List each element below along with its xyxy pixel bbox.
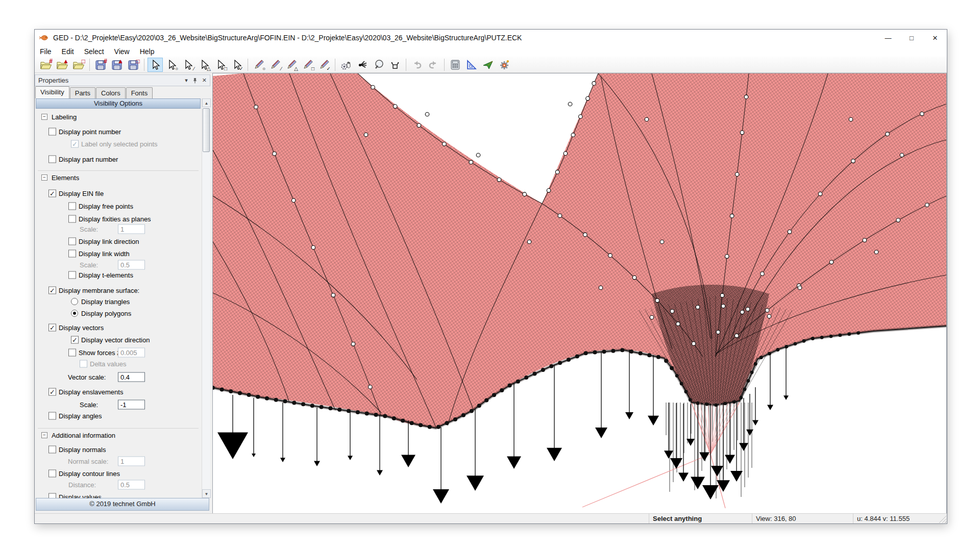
checkbox[interactable]	[48, 446, 56, 454]
text-field[interactable]: 1	[118, 224, 145, 234]
run-button[interactable]	[480, 58, 496, 72]
checkbox[interactable]	[48, 128, 56, 136]
checkbox-label[interactable]: Display EIN file	[59, 190, 104, 197]
close-button[interactable]: ✕	[923, 30, 947, 46]
radio-label[interactable]: Display polygons	[81, 310, 131, 317]
open-eck-button[interactable]: □	[71, 58, 86, 72]
spider-web-button[interactable]	[355, 58, 370, 72]
select-triangles-button[interactable]: △	[197, 58, 212, 72]
menu-file[interactable]: File	[35, 46, 57, 57]
radio-button[interactable]	[71, 310, 78, 317]
scroll-down-icon[interactable]: ▼	[202, 489, 211, 498]
checkbox-label[interactable]: Display enslavements	[59, 388, 123, 396]
open-fofin-button[interactable]: ▲	[55, 58, 70, 72]
checkbox-label[interactable]: Display fixities as planes	[79, 215, 151, 223]
checkbox-label[interactable]: Display contour lines	[59, 470, 120, 478]
model-viewport[interactable]	[213, 73, 946, 514]
edit-quads-button[interactable]: □	[300, 58, 315, 72]
checkbox[interactable]: ✓	[48, 388, 56, 396]
checkbox[interactable]: ✓	[48, 190, 56, 197]
collapse-toggle-icon[interactable]: −	[41, 114, 47, 120]
checkbox-label[interactable]: Display link width	[79, 250, 130, 258]
checkbox-label[interactable]: Display normals	[59, 446, 106, 454]
checkbox[interactable]	[48, 470, 56, 478]
settings-button[interactable]	[497, 58, 512, 72]
zoom-button[interactable]	[371, 58, 386, 72]
menu-select[interactable]: Select	[79, 46, 109, 57]
scrollbar-thumb[interactable]	[203, 108, 210, 152]
tab-colors[interactable]: Colors	[96, 87, 126, 98]
checkbox[interactable]: ✓	[71, 336, 79, 344]
tab-visibility[interactable]: Visibility	[35, 86, 69, 98]
pin-icon[interactable]	[192, 78, 198, 84]
menu-view[interactable]: View	[109, 46, 135, 57]
maximize-button[interactable]: □	[900, 30, 923, 46]
save-fofin-button[interactable]: ▲	[109, 58, 125, 72]
calculator-button[interactable]	[448, 58, 463, 72]
checkbox-label[interactable]: Show forces ≥	[79, 349, 120, 357]
minimize-button[interactable]: —	[876, 30, 900, 46]
text-field[interactable]: 0.4	[118, 372, 145, 382]
radio-button[interactable]	[71, 298, 78, 305]
select-tool-button[interactable]	[148, 58, 163, 72]
checkbox[interactable]	[68, 349, 76, 357]
select-points-button[interactable]: ○	[164, 58, 179, 72]
checkbox[interactable]	[48, 493, 56, 498]
checkbox[interactable]	[68, 238, 76, 245]
select-quads-button[interactable]: □	[213, 58, 228, 72]
checkbox-label[interactable]: Display free points	[79, 203, 133, 210]
checkbox-label[interactable]: Display values	[59, 493, 102, 498]
checkbox[interactable]	[80, 360, 87, 368]
checkbox[interactable]	[68, 203, 76, 210]
tab-fonts[interactable]: Fonts	[126, 87, 153, 98]
edit-apply-button[interactable]: ✓	[316, 58, 332, 72]
open-ein-button[interactable]: #	[38, 58, 54, 72]
edit-triangles-button[interactable]: △	[284, 58, 299, 72]
scroll-up-icon[interactable]: ▲	[202, 98, 211, 107]
edit-links-button[interactable]: ∕	[267, 58, 283, 72]
checkbox-label[interactable]: Display vector direction	[81, 336, 150, 344]
edit-points-button[interactable]: ○	[251, 58, 266, 72]
panel-header[interactable]: Properties ▾ ✕	[35, 74, 210, 86]
set-square-button[interactable]	[464, 58, 479, 72]
select-apply-button[interactable]: ✓	[229, 58, 244, 72]
text-field[interactable]: 0.5	[118, 480, 145, 490]
text-field[interactable]: -1	[118, 400, 145, 410]
text-field[interactable]: 0.5	[118, 260, 145, 270]
select-links-button[interactable]: ∕	[180, 58, 195, 72]
checkbox[interactable]: ✓	[48, 324, 56, 332]
text-field[interactable]: 0.005	[118, 348, 145, 358]
collapse-toggle-icon[interactable]: −	[41, 432, 47, 438]
menu-help[interactable]: Help	[135, 46, 160, 57]
checkbox-label[interactable]: Display point number	[59, 128, 121, 136]
zoom-extents-button[interactable]	[387, 58, 403, 72]
tab-parts[interactable]: Parts	[70, 87, 95, 98]
panel-menu-icon[interactable]: ▾	[185, 77, 188, 84]
checkbox-label[interactable]: Display angles	[59, 412, 102, 420]
checkbox[interactable]	[68, 271, 76, 279]
checkbox-label[interactable]: Display t-elements	[79, 271, 133, 279]
checkbox-label[interactable]: Display link direction	[79, 238, 139, 245]
move-point-button[interactable]	[338, 58, 354, 72]
panel-scrollbar[interactable]: ▲ ▼	[202, 98, 210, 498]
checkbox-label[interactable]: Display vectors	[59, 324, 104, 332]
collapse-toggle-icon[interactable]: −	[41, 174, 47, 181]
menu-edit[interactable]: Edit	[57, 46, 79, 57]
text-field[interactable]: 1	[118, 457, 145, 466]
checkbox-label[interactable]: Label only selected points	[81, 140, 158, 148]
checkbox-label[interactable]: Display membrane surface:	[59, 287, 139, 294]
undo-button[interactable]	[409, 58, 425, 72]
redo-button[interactable]	[426, 58, 441, 72]
checkbox[interactable]: ✓	[71, 140, 79, 148]
drawing-canvas[interactable]	[212, 73, 947, 515]
checkbox[interactable]	[68, 250, 76, 258]
checkbox-label[interactable]: Display part number	[59, 156, 118, 163]
checkbox[interactable]	[68, 215, 76, 223]
radio-label[interactable]: Display triangles	[81, 298, 130, 306]
save-ein-button[interactable]: #	[93, 58, 108, 72]
checkbox[interactable]	[48, 156, 56, 163]
checkbox[interactable]	[48, 412, 56, 420]
checkbox-label[interactable]: Delta values	[90, 360, 127, 368]
checkbox[interactable]: ✓	[48, 287, 56, 294]
panel-close-icon[interactable]: ✕	[202, 77, 207, 84]
